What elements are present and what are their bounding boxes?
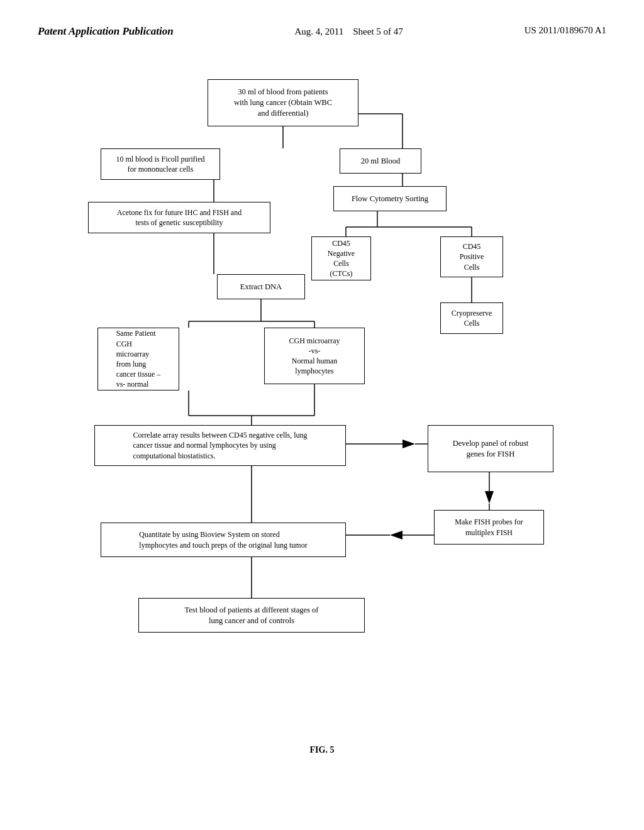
box-cd45-pos: CD45 Positive Cells — [440, 236, 503, 277]
box-flow-cytometry: Flow Cytometry Sorting — [333, 186, 447, 211]
box-cgh-microarray: CGH microarray -vs- Normal human lymphoc… — [264, 328, 365, 384]
box-cd45-neg: CD45 Negative Cells (CTCs) — [311, 236, 371, 280]
box-correlate: Correlate array results between CD45 neg… — [94, 425, 346, 466]
box-same-patient: Same Patient CGH microarray from lung ca… — [97, 328, 179, 390]
patent-number: US 2011/0189670 A1 — [525, 25, 606, 36]
box-test-blood: Test blood of patients at different stag… — [138, 598, 365, 633]
date-sheet-label: Aug. 4, 2011 Sheet 5 of 47 — [295, 25, 403, 38]
box-top-blood: 30 ml of blood from patients with lung c… — [208, 79, 358, 126]
box-extract-dna: Extract DNA — [217, 274, 305, 299]
svg-marker-23 — [402, 440, 415, 448]
box-quantitate: Quantitate by using Bioview System on st… — [101, 523, 346, 557]
svg-marker-29 — [390, 531, 402, 540]
figure-label: FIG. 5 — [310, 745, 335, 755]
publication-label: Patent Application Publication — [38, 25, 174, 38]
diagram-area: 30 ml of blood from patients with lung c… — [38, 51, 606, 774]
box-acetone: Acetone fix for future IHC and FISH and … — [88, 202, 270, 233]
box-develop-panel: Develop panel of robust genes for FISH — [428, 425, 553, 472]
box-make-fish: Make FISH probes for multiplex FISH — [434, 510, 544, 545]
page-header: Patent Application Publication Aug. 4, 2… — [38, 25, 606, 38]
svg-marker-26 — [485, 491, 494, 504]
box-20ml: 20 ml Blood — [340, 148, 421, 174]
box-ficoll: 10 ml blood is Ficoll purified for monon… — [101, 148, 220, 180]
box-cryopreserve: Cryopreserve Cells — [440, 302, 503, 334]
